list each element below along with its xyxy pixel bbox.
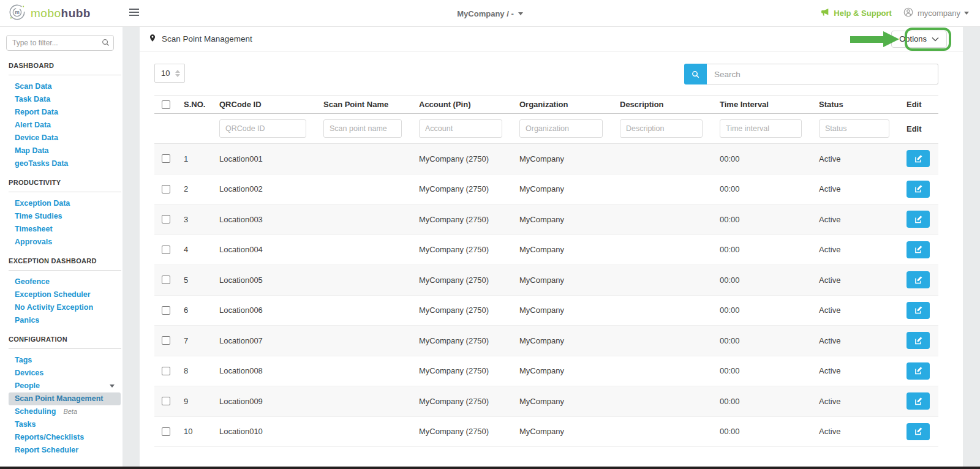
sidebar-item-report-data[interactable]: Report Data <box>9 106 121 119</box>
search-button[interactable] <box>684 64 707 84</box>
sidebar-item-panics[interactable]: Panics <box>9 314 121 327</box>
sidebar-item-time-studies[interactable]: Time Studies <box>9 210 121 223</box>
edit-button[interactable] <box>907 423 930 440</box>
edit-button[interactable] <box>907 332 930 349</box>
edit-pencil-icon <box>914 215 923 224</box>
beta-badge: Beta <box>63 408 77 416</box>
menu-toggle-icon[interactable] <box>129 9 139 18</box>
sidebar-item-approvals[interactable]: Approvals <box>9 236 121 249</box>
cell-account-pin: MyCompany (2750) <box>413 427 513 436</box>
cell-account-pin: MyCompany (2750) <box>413 215 513 224</box>
filter-status-input[interactable] <box>819 119 889 138</box>
sidebar-item-timesheet[interactable]: Timesheet <box>9 223 121 236</box>
row-checkbox[interactable] <box>162 397 170 405</box>
cell-time-interval: 00:00 <box>714 397 813 406</box>
column-header-status[interactable]: Status <box>813 100 900 109</box>
sidebar-item-alert-data[interactable]: Alert Data <box>9 119 121 132</box>
sidebar-item-task-data[interactable]: Task Data <box>9 93 121 106</box>
table-search-input[interactable] <box>707 64 938 84</box>
sidebar-item-tasks[interactable]: Tasks <box>9 418 121 431</box>
search-icon <box>101 38 110 50</box>
edit-pencil-icon <box>914 245 923 254</box>
edit-button[interactable] <box>907 302 930 319</box>
filter-description-input[interactable] <box>620 119 703 138</box>
row-checkbox[interactable] <box>162 427 170 436</box>
table-row: 7Location007MyCompany (2750)MyCompany00:… <box>154 326 938 356</box>
cell-sno: 3 <box>178 215 213 224</box>
sidebar-item-scan-point-management[interactable]: Scan Point Management <box>9 392 121 405</box>
row-checkbox[interactable] <box>162 215 170 223</box>
sidebar-item-map-data[interactable]: Map Data <box>9 144 121 157</box>
company-selector[interactable]: MyCompany / - <box>457 9 522 18</box>
row-checkbox[interactable] <box>162 246 170 254</box>
column-header-organization[interactable]: Organization <box>513 100 614 109</box>
column-header-scan-point-name[interactable]: Scan Point Name <box>317 100 413 109</box>
filter-qrcode-input[interactable] <box>219 119 306 138</box>
sidebar-item-label: Alert Data <box>15 121 51 129</box>
filter-organization-input[interactable] <box>519 119 603 138</box>
account-menu[interactable]: mycompany <box>903 7 969 20</box>
sidebar-filter-input[interactable] <box>6 35 114 51</box>
sidebar-item-label: Tasks <box>15 421 36 429</box>
cell-account-pin: MyCompany (2750) <box>413 276 513 285</box>
filter-scan-point-name-input[interactable] <box>323 119 402 138</box>
sidebar-item-scheduling[interactable]: SchedulingBeta <box>9 405 121 418</box>
edit-button[interactable] <box>907 211 930 228</box>
sidebar-item-label: Panics <box>15 317 39 325</box>
sidebar-item-geofence[interactable]: Geofence <box>9 276 121 288</box>
sidebar-item-label: Scan Data <box>15 83 51 91</box>
page-size-selector[interactable]: 10 <box>154 64 185 83</box>
sidebar-item-label: Timesheet <box>15 225 53 233</box>
page-title: Scan Point Management <box>162 34 252 43</box>
options-button[interactable]: Options <box>891 31 947 48</box>
row-checkbox[interactable] <box>162 276 170 284</box>
location-pin-icon <box>148 33 157 45</box>
table-row: 2Location002MyCompany (2750)MyCompany00:… <box>154 174 938 205</box>
row-checkbox[interactable] <box>162 367 170 375</box>
row-checkbox[interactable] <box>162 336 170 345</box>
sidebar-item-no-activity-exception[interactable]: No Activity Exception <box>9 301 121 314</box>
filter-time-interval-input[interactable] <box>720 119 802 138</box>
sidebar-item-exception-data[interactable]: Exception Data <box>9 197 121 210</box>
column-header-account[interactable]: Account (Pin) <box>413 100 513 109</box>
filter-edit-label: Edit <box>907 124 922 133</box>
sidebar-item-devices[interactable]: Devices <box>9 367 121 380</box>
sidebar-section-title-exception-dashboard: EXCEPTION DASHBOARD <box>0 249 123 265</box>
cell-account-pin: MyCompany (2750) <box>413 245 513 254</box>
cell-time-interval: 00:00 <box>714 427 813 436</box>
select-all-checkbox[interactable] <box>162 100 170 109</box>
sidebar-item-people[interactable]: People <box>9 380 121 392</box>
edit-button[interactable] <box>907 271 930 288</box>
column-header-sno[interactable]: S.NO. <box>178 100 213 109</box>
sidebar-item-tags[interactable]: Tags <box>9 354 121 367</box>
edit-pencil-icon <box>914 397 923 406</box>
page-size-value: 10 <box>161 69 170 78</box>
edit-button[interactable] <box>907 181 930 198</box>
column-header-time-interval[interactable]: Time Interval <box>714 100 813 109</box>
spinner-arrows-icon <box>175 70 180 77</box>
column-header-description[interactable]: Description <box>614 100 714 109</box>
bottom-window-edge <box>0 467 980 469</box>
row-checkbox[interactable] <box>162 306 170 315</box>
edit-button[interactable] <box>907 362 930 380</box>
sidebar-item-device-data[interactable]: Device Data <box>9 132 121 144</box>
sidebar-item-geotasks-data[interactable]: geoTasks Data <box>9 157 121 170</box>
row-checkbox[interactable] <box>162 154 170 163</box>
edit-button[interactable] <box>907 241 930 258</box>
help-support-link[interactable]: Help & Support <box>820 7 892 19</box>
edit-button[interactable] <box>907 392 930 410</box>
sidebar-item-label: Tags <box>15 356 32 364</box>
filter-account-input[interactable] <box>419 119 502 138</box>
cell-time-interval: 00:00 <box>714 366 813 375</box>
sidebar-item-report-scheduler[interactable]: Report Scheduler <box>9 444 121 457</box>
column-header-qrcode[interactable]: QRCode ID <box>213 100 317 109</box>
cell-sno: 8 <box>178 366 213 375</box>
sidebar-item-exception-scheduler[interactable]: Exception Scheduler <box>9 288 121 301</box>
sidebar-item-reports-checklists[interactable]: Reports/Checklists <box>9 431 121 444</box>
row-checkbox[interactable] <box>162 185 170 193</box>
top-header: m mobohubb MyCompany / - Help & Support … <box>0 0 980 27</box>
sidebar-item-label: Scan Point Management <box>15 395 103 403</box>
sidebar-item-scan-data[interactable]: Scan Data <box>9 80 121 93</box>
edit-button[interactable] <box>907 150 930 167</box>
cell-status: Active <box>813 336 900 345</box>
